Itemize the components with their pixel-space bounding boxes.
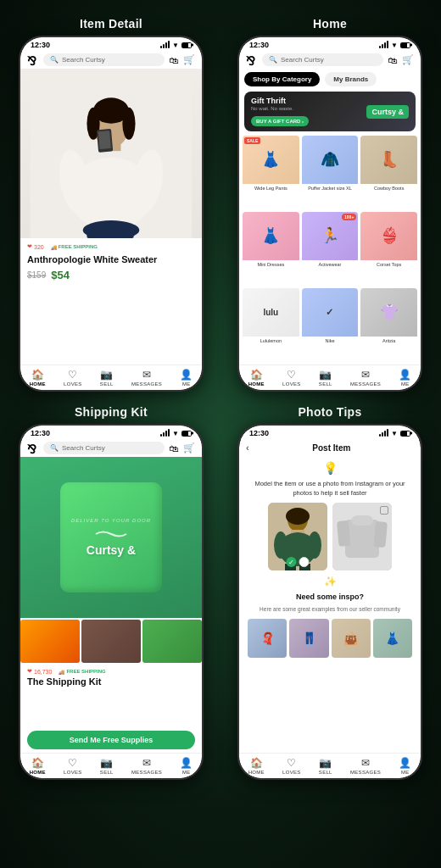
nav-home[interactable]: 🏠 HOME (30, 369, 46, 387)
loves-icon-h: ♡ (287, 369, 296, 381)
status-icons-home: ▼ (379, 42, 410, 49)
product-mini-dresses[interactable]: 👗 Mini Dresses (243, 212, 299, 269)
check-row: ✓ (287, 557, 310, 567)
camera-icon: 📷 (100, 369, 113, 381)
product-aritzia[interactable]: 👚 Aritzia (360, 288, 417, 345)
product-wide-leg-pants[interactable]: 👗 Wide Leg Pants SALE (243, 136, 299, 192)
truck-icon-sk: 🚚 (59, 669, 64, 675)
shipping-info: ❤ 16,730 🚚 FREE SHIPPING The Shipping Ki… (20, 665, 202, 753)
product-label-8: Nike (302, 337, 359, 345)
photo-cell-3: 👜 (332, 619, 371, 658)
product-cowboy-boots[interactable]: 👢 Cowboy Boots (360, 136, 417, 192)
tab-shop-by-category[interactable]: Shop By Category (244, 72, 320, 86)
cart-icon[interactable]: 🛍 (169, 55, 178, 65)
lightbulb-icon: 💡 (248, 461, 412, 475)
inspo-title: Need some inspo? (248, 593, 412, 601)
spark-icon: ✨ (248, 576, 412, 587)
product-img-7: lulu (243, 288, 299, 337)
count-tag-5: 100+ (342, 214, 356, 220)
item-detail-section: Item Detail 12:30 ▼ (8, 17, 214, 392)
nav-messages-pt[interactable]: ✉ MESSAGES (350, 757, 381, 775)
nav-messages-sk[interactable]: ✉ MESSAGES (131, 757, 162, 775)
nav-me-sk[interactable]: 👤 ME (180, 757, 193, 775)
status-time: 12:30 (31, 41, 50, 49)
svg-rect-26 (373, 521, 388, 548)
search-bar-home[interactable]: 🔍 Search Curtsy (262, 53, 383, 66)
photo-cell-1: 🧣 (248, 619, 287, 658)
nav-sell-h[interactable]: 📷 SELL (319, 369, 332, 387)
photo-tips-section: Photo Tips 12:30 ▼ (227, 405, 433, 780)
product-label-3: Cowboy Boots (360, 184, 417, 192)
nav-messages[interactable]: ✉ MESSAGES (131, 369, 162, 387)
send-btn[interactable]: Send Me Free Supplies (27, 731, 195, 749)
cart-icon-home[interactable]: 🛍 (388, 55, 397, 65)
search-text-sk: Search Curtsy (62, 444, 105, 452)
status-icons: ▼ (160, 42, 192, 49)
battery-icon-pt (400, 431, 410, 437)
person-icon-sk: 👤 (180, 757, 193, 769)
shipping-bag: DELIVER TO YOUR DOOR Curtsy & (60, 482, 162, 593)
free-shipping-badge-sk: 🚚 FREE SHIPPING (59, 669, 105, 675)
nav-home-h[interactable]: 🏠 HOME (248, 369, 265, 387)
nav-sell-pt[interactable]: 📷 SELL (319, 757, 332, 775)
search-icon: 🔍 (50, 56, 59, 64)
svg-rect-10 (98, 131, 111, 149)
status-icons-pt: ▼ (379, 430, 410, 437)
home-section: Home 12:30 ▼ (227, 17, 433, 392)
svg-rect-27 (351, 515, 373, 526)
product-lululemon[interactable]: lulu Lululemon (243, 288, 299, 345)
cart-icon-sk[interactable]: 🛍 (169, 443, 178, 453)
nav-sell-sk[interactable]: 📷 SELL (100, 757, 114, 775)
status-bar-pt: 12:30 ▼ (239, 426, 421, 439)
product-label-5: Activewear (302, 260, 359, 269)
tab-my-brands[interactable]: My Brands (325, 72, 377, 86)
search-bar[interactable]: 🔍 Search Curtsy (43, 53, 165, 66)
product-nike[interactable]: ✓ Nike (302, 288, 359, 345)
search-bar-sk[interactable]: 🔍 Search Curtsy (43, 442, 165, 454)
photo-tips-title: Photo Tips (298, 405, 361, 419)
status-bar: 12:30 ▼ (20, 37, 202, 51)
message-icon-pt: ✉ (361, 757, 370, 769)
bag-icon[interactable]: 🛒 (183, 54, 195, 65)
product-label-1: Wide Leg Pants (243, 184, 299, 192)
bag-icon-home[interactable]: 🛒 (402, 54, 414, 65)
svg-point-8 (122, 108, 135, 140)
person-icon-h: 👤 (399, 369, 411, 381)
camera-icon-h: 📷 (319, 369, 332, 381)
search-text: Search Curtsy (62, 56, 105, 64)
nav-home-sk[interactable]: 🏠 HOME (30, 757, 46, 775)
search-text-home: Search Curtsy (281, 56, 324, 64)
loves-icon: ♡ (68, 369, 77, 381)
home-icon-pt: 🏠 (250, 757, 263, 769)
product-corset-tops[interactable]: 👙 Corset Tops (360, 212, 417, 269)
product-img-3: 👢 (360, 136, 417, 184)
products-grid: 👗 Wide Leg Pants SALE 🧥 Puffer Jacket si… (239, 133, 421, 364)
nav-me-pt[interactable]: 👤 ME (399, 757, 411, 775)
nav-messages-h[interactable]: ✉ MESSAGES (350, 369, 381, 387)
post-item-header: ‹ Post Item (239, 439, 421, 456)
status-time-home: 12:30 (249, 41, 269, 49)
inspo-sub: Here are some great examples from our se… (248, 606, 412, 612)
nav-home-pt[interactable]: 🏠 HOME (248, 757, 265, 775)
item-detail-phone: 12:30 ▼ ⅋ (19, 36, 204, 392)
nav-loves-sk[interactable]: ♡ LOVES (64, 757, 82, 775)
product-img-2: 🧥 (302, 136, 359, 184)
product-activewear[interactable]: 🏃 Activewear 100+ (302, 212, 359, 269)
bag-icon-sk[interactable]: 🛒 (183, 442, 195, 453)
nav-me-h[interactable]: 👤 ME (399, 369, 411, 387)
nav-sell[interactable]: 📷 SELL (100, 369, 114, 387)
product-puffer-jacket[interactable]: 🧥 Puffer Jacket size XL (302, 136, 359, 192)
gift-banner-btn[interactable]: BUY A GIFT CARD › (251, 116, 309, 126)
gift-banner-sub: No wait. No waste. (251, 106, 366, 111)
product-label-6: Corset Tops (360, 260, 417, 269)
nav-loves[interactable]: ♡ LOVES (64, 369, 82, 387)
nav-loves-h[interactable]: ♡ LOVES (282, 369, 301, 387)
nav-icons-home: 🛍 🛒 (388, 54, 414, 65)
photo-cell-2: 👖 (289, 619, 328, 658)
camera-icon-pt: 📷 (319, 757, 332, 769)
product-img-4: 👗 (243, 212, 299, 260)
check-empty (299, 557, 310, 567)
nav-loves-pt[interactable]: ♡ LOVES (282, 757, 301, 775)
nav-me[interactable]: 👤 ME (180, 369, 193, 387)
gift-banner-title: Gift Thrift (251, 97, 366, 105)
